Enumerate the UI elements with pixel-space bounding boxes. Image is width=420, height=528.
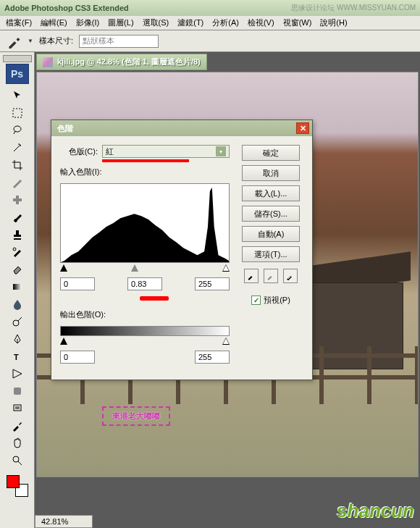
input-gamma-field[interactable]: 0.83 — [127, 277, 162, 290]
close-button[interactable]: ✕ — [296, 122, 309, 134]
top-watermark: 思缘设计论坛 WWW.MISSYUAN.COM — [291, 3, 416, 13]
menu-select[interactable]: 選取(S) — [140, 16, 172, 30]
notes-tool[interactable] — [9, 401, 25, 416]
output-white-field[interactable]: 255 — [195, 351, 230, 364]
gamma-slider[interactable] — [131, 264, 138, 272]
eraser-tool[interactable] — [9, 261, 25, 277]
annotation-underline-gamma — [140, 296, 169, 301]
svg-rect-8 — [14, 387, 21, 395]
load-button[interactable]: 載入(L)... — [242, 185, 300, 201]
channel-label: 色版(C): — [60, 146, 98, 157]
hand-tool[interactable] — [9, 435, 25, 451]
svg-rect-0 — [13, 109, 22, 117]
menu-edit[interactable]: 編輯(E) — [38, 16, 70, 30]
output-gradient — [60, 326, 230, 336]
dialog-title-bar[interactable]: 色階 ✕ — [51, 120, 312, 136]
gradient-tool[interactable] — [9, 279, 25, 295]
input-black-field[interactable]: 0 — [60, 277, 95, 290]
crop-tool[interactable] — [9, 157, 25, 173]
preview-checkbox[interactable]: ✓ — [251, 296, 261, 305]
marquee-tool[interactable] — [9, 105, 25, 121]
output-black-slider[interactable] — [60, 338, 67, 345]
document-tab[interactable]: kjili.jpg @ 42.8% (色階 1, 圖層遮色片/8) — [36, 54, 207, 70]
channel-select[interactable]: 紅 ▾ — [102, 145, 230, 158]
white-eyedropper[interactable] — [283, 269, 298, 283]
input-levels-label: 輸入色階(I): — [60, 167, 101, 177]
gray-eyedropper[interactable] — [264, 269, 278, 283]
foreground-color-swatch[interactable] — [7, 475, 20, 488]
sample-size-label: 樣本尺寸: — [39, 35, 73, 46]
eyedropper-tool-icon — [7, 34, 22, 49]
svg-rect-5 — [13, 284, 22, 290]
save-button[interactable]: 儲存(S)... — [242, 206, 300, 222]
levels-dialog: 色階 ✕ 色版(C): 紅 ▾ 輸入色階(I): — [51, 120, 313, 380]
auto-button[interactable]: 自動(A) — [242, 226, 300, 242]
brush-tool[interactable] — [9, 209, 25, 225]
watermark-stamp: 東港老大嘟嘟 — [102, 406, 170, 426]
menu-file[interactable]: 檔案(F) — [3, 16, 35, 30]
svg-point-1 — [14, 126, 21, 132]
options-button[interactable]: 選項(T)... — [242, 246, 300, 262]
type-tool[interactable]: T — [9, 348, 25, 364]
app-title-bar: Adobe Photoshop CS3 Extended 思缘设计论坛 WWW.… — [0, 0, 420, 16]
dodge-tool[interactable] — [9, 314, 25, 330]
dialog-title-text: 色階 — [54, 123, 73, 134]
svg-point-6 — [13, 320, 19, 326]
svg-text:T: T — [14, 353, 19, 361]
preview-label: 預視(P) — [264, 295, 290, 306]
menu-help[interactable]: 說明(H) — [317, 16, 350, 30]
document-icon — [43, 57, 53, 67]
black-eyedropper[interactable] — [244, 269, 259, 283]
white-point-slider[interactable] — [222, 264, 230, 272]
color-swatches[interactable] — [7, 475, 28, 497]
wand-tool[interactable] — [9, 140, 25, 156]
chevron-down-icon: ▾ — [216, 146, 226, 156]
slice-tool[interactable] — [9, 175, 25, 190]
tools-panel: Ps T — [0, 52, 35, 528]
svg-point-10 — [13, 456, 19, 462]
pen-tool[interactable] — [9, 331, 25, 347]
menu-bar: 檔案(F) 編輯(E) 影像(I) 圖層(L) 選取(S) 濾鏡(T) 分析(A… — [0, 16, 420, 30]
svg-rect-9 — [14, 405, 21, 411]
output-slider-track[interactable] — [60, 338, 230, 346]
histogram — [60, 183, 230, 263]
ok-button[interactable]: 確定 — [242, 145, 300, 161]
cancel-button[interactable]: 取消 — [242, 165, 300, 181]
panel-handle[interactable] — [3, 55, 32, 62]
move-tool[interactable] — [9, 88, 25, 104]
black-point-slider[interactable] — [60, 264, 67, 272]
tool-preset-dropdown[interactable]: ▼ — [28, 38, 33, 44]
lasso-tool[interactable] — [9, 122, 25, 138]
menu-image[interactable]: 影像(I) — [73, 16, 102, 30]
sample-size-select[interactable]: 點狀樣本 — [79, 35, 159, 48]
history-brush-tool[interactable] — [9, 244, 25, 260]
annotation-underline — [102, 159, 189, 162]
output-levels-label: 輸出色階(O): — [60, 309, 106, 320]
svg-point-4 — [13, 248, 16, 251]
eyedropper-tool[interactable] — [9, 418, 25, 434]
input-white-field[interactable]: 255 — [195, 277, 230, 290]
shancun-watermark: shancun — [337, 500, 414, 522]
menu-filter[interactable]: 濾鏡(T) — [175, 16, 206, 30]
zoom-tool[interactable] — [9, 453, 25, 469]
menu-layer[interactable]: 圖層(L) — [105, 16, 136, 30]
heal-tool[interactable] — [9, 192, 25, 208]
svg-rect-3 — [16, 196, 19, 204]
stamp-tool[interactable] — [9, 227, 25, 243]
document-title: kjili.jpg @ 42.8% (色階 1, 圖層遮色片/8) — [57, 56, 201, 67]
blur-tool[interactable] — [9, 296, 25, 312]
preview-checkbox-row[interactable]: ✓ 預視(P) — [251, 295, 290, 306]
output-white-slider[interactable] — [222, 338, 230, 345]
zoom-status[interactable]: 42.81% — [35, 515, 93, 528]
options-bar: ▼ 樣本尺寸: 點狀樣本 — [0, 30, 420, 52]
output-black-field[interactable]: 0 — [60, 351, 95, 364]
ps-logo: Ps — [6, 64, 29, 84]
app-title: Adobe Photoshop CS3 Extended — [4, 4, 129, 12]
shape-tool[interactable] — [9, 383, 25, 399]
path-tool[interactable] — [9, 366, 25, 382]
input-slider-track[interactable] — [60, 264, 230, 273]
menu-view[interactable]: 檢視(V) — [245, 16, 277, 30]
menu-window[interactable]: 視窗(W) — [280, 16, 315, 30]
menu-analysis[interactable]: 分析(A) — [209, 16, 242, 30]
